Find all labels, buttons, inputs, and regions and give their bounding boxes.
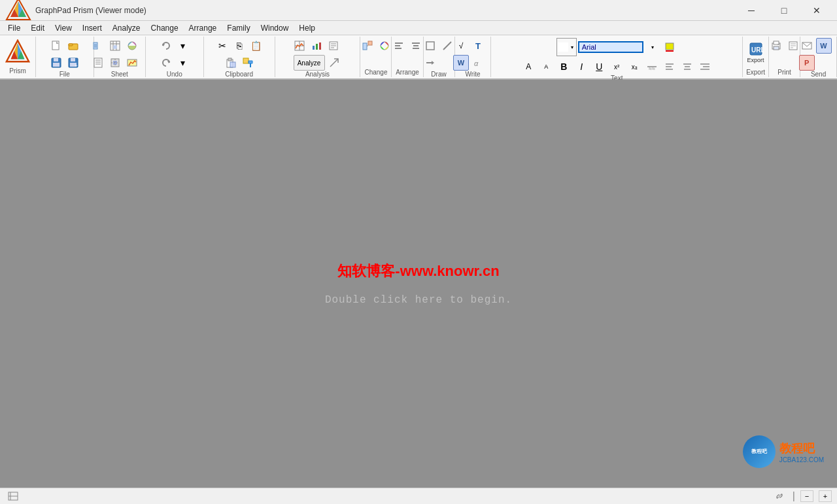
status-right: | − +: [772, 488, 832, 504]
zoom-out-button[interactable]: −: [800, 490, 813, 502]
svg-marker-69: [432, 61, 434, 65]
formula-button[interactable]: √: [453, 38, 469, 54]
print-button[interactable]: [768, 38, 784, 54]
menu-insert[interactable]: Insert: [77, 22, 107, 34]
change-type-button[interactable]: [360, 38, 375, 54]
sheet-btn-2[interactable]: [107, 38, 123, 54]
align-left-button[interactable]: [391, 38, 407, 54]
svg-text:≈≈: ≈≈: [649, 65, 655, 72]
open-file-button[interactable]: [65, 38, 81, 54]
maximize-button[interactable]: □: [769, 0, 799, 21]
strikethrough-button[interactable]: ≈≈: [644, 59, 660, 75]
clipboard-buttons: ✂ ⎘ 📋: [207, 38, 272, 71]
italic-button[interactable]: I: [573, 59, 589, 75]
font-size-large[interactable]: A: [521, 59, 536, 75]
print-buttons: [768, 38, 801, 54]
svg-rect-88: [774, 46, 779, 50]
status-bar: | − +: [0, 488, 837, 504]
font-dropdown[interactable]: ▾: [645, 39, 660, 55]
minimize-button[interactable]: ─: [736, 0, 766, 21]
save-button[interactable]: [48, 55, 64, 71]
sheet-btn-4[interactable]: [90, 55, 106, 71]
transform-button[interactable]: [326, 55, 342, 71]
group-label-write: Write: [465, 71, 480, 78]
group-label-clipboard: Clipboard: [225, 71, 253, 78]
graph-button[interactable]: [309, 38, 324, 54]
save-as-button[interactable]: +: [65, 55, 81, 71]
menu-analyze[interactable]: Analyze: [107, 22, 146, 34]
underline-button[interactable]: U: [591, 59, 607, 75]
menu-change[interactable]: Change: [146, 22, 184, 34]
group-label-export: Export: [746, 69, 765, 76]
undo-button[interactable]: [158, 38, 174, 54]
color-dropdown[interactable]: ▾: [569, 39, 575, 55]
fill-color-button[interactable]: [662, 39, 677, 55]
draw-rect-button[interactable]: [422, 38, 438, 54]
menu-file[interactable]: File: [3, 22, 26, 34]
menu-arrange[interactable]: Arrange: [184, 22, 222, 34]
font-size-small[interactable]: A: [538, 59, 554, 75]
align-center-text[interactable]: [679, 59, 695, 75]
link-button[interactable]: [772, 488, 787, 504]
new-file-button[interactable]: [48, 38, 64, 54]
analyze-button[interactable]: [292, 38, 307, 54]
svg-rect-13: [69, 44, 73, 46]
paste-button[interactable]: 📋: [248, 38, 264, 54]
window-controls: ─ □ ✕: [736, 0, 832, 21]
text-button[interactable]: T: [470, 38, 486, 54]
menu-family[interactable]: Family: [222, 22, 255, 34]
send-ppt-button[interactable]: P: [799, 55, 815, 71]
redo-button[interactable]: [158, 55, 174, 71]
ribbon-group-export: URL Export Export: [743, 37, 769, 77]
sheet-btn-5[interactable]: [107, 55, 123, 71]
write-buttons: √ T W α: [453, 38, 492, 71]
status-left: [5, 488, 21, 504]
font-name-input[interactable]: [578, 41, 643, 53]
menu-help[interactable]: Help: [294, 22, 320, 34]
export-button[interactable]: URL Export: [744, 38, 768, 67]
analysis-buttons: Analyze: [278, 38, 358, 71]
indent-button[interactable]: [697, 59, 713, 75]
format-painter[interactable]: [240, 55, 256, 71]
svg-rect-51: [316, 44, 318, 50]
canvas-area[interactable]: 知软博客-www.knowr.cn Double click here to b…: [0, 80, 837, 488]
close-button[interactable]: ✕: [802, 0, 832, 21]
word-button[interactable]: W: [453, 55, 469, 71]
menu-edit[interactable]: Edit: [26, 22, 50, 34]
sheet-btn-6[interactable]: [124, 55, 140, 71]
zoom-in-button[interactable]: +: [819, 490, 832, 502]
menu-view[interactable]: View: [50, 22, 77, 34]
draw-arrow-button[interactable]: [422, 55, 438, 71]
copy-button[interactable]: ⎘: [231, 38, 247, 54]
group-label-print: Print: [777, 69, 791, 76]
bold-button[interactable]: B: [556, 59, 572, 75]
undo-dropdown[interactable]: ▾: [175, 38, 191, 54]
redo-dropdown[interactable]: ▾: [175, 55, 191, 71]
svg-rect-72: [666, 50, 674, 52]
send-email-button[interactable]: [799, 38, 815, 54]
paste-special[interactable]: [223, 55, 239, 71]
ribbon-group-file: + File: [36, 37, 94, 77]
send-word-button[interactable]: W: [816, 38, 832, 54]
sheet-btn-1[interactable]: [90, 38, 106, 54]
results-button[interactable]: [326, 38, 341, 54]
jcba-text-block: 教程吧 JCBA123.COM: [779, 441, 824, 463]
menu-window[interactable]: Window: [256, 22, 294, 34]
status-sheets-button[interactable]: [5, 488, 21, 504]
svg-rect-63: [412, 42, 420, 44]
svg-rect-57: [363, 43, 367, 50]
cut-button[interactable]: ✂: [214, 38, 230, 54]
subscript-button[interactable]: x₂: [626, 59, 642, 75]
change-color-button[interactable]: [377, 38, 392, 54]
group-label-send: Send: [811, 71, 826, 78]
align-left-text[interactable]: [662, 59, 677, 75]
title-bar: GraphPad Prism (Viewer mode) ─ □ ✕: [0, 0, 837, 21]
sheet-btn-3[interactable]: [124, 38, 140, 54]
analyze-run-button[interactable]: Analyze: [294, 55, 325, 71]
special-char-button[interactable]: α: [470, 55, 486, 71]
prism-logo-icon: [5, 0, 31, 21]
superscript-button[interactable]: x²: [609, 59, 624, 75]
svg-text:+: +: [75, 63, 78, 68]
group-label-analysis: Analysis: [305, 71, 330, 78]
align-center-button[interactable]: [408, 38, 424, 54]
